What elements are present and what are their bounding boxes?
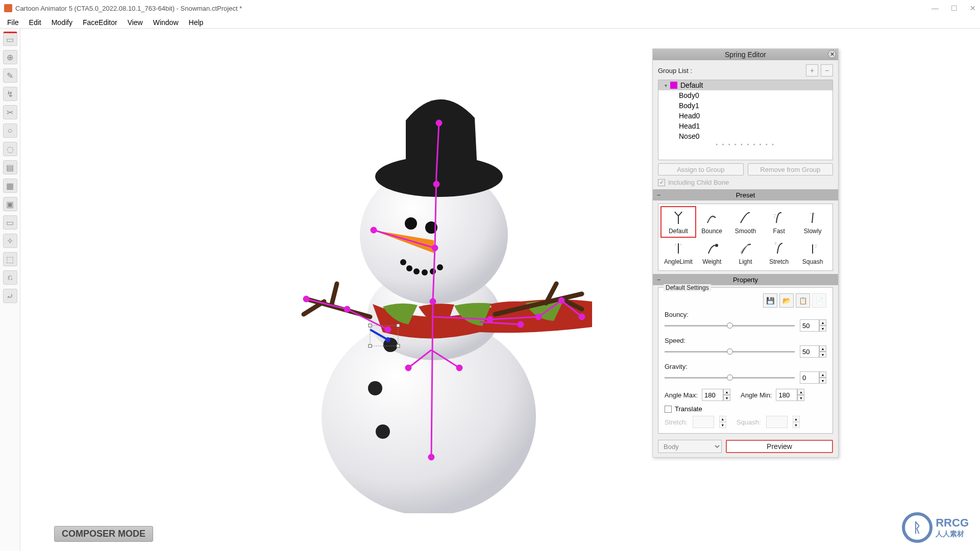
menu-help[interactable]: Help — [184, 17, 209, 28]
angle-max-step-up[interactable]: ▲ — [723, 389, 730, 395]
property-open-icon[interactable]: 📂 — [779, 293, 794, 308]
speed-slider[interactable] — [665, 351, 795, 353]
speed-input[interactable] — [800, 345, 819, 358]
preset-anglelimit[interactable]: AngleLimit — [662, 238, 695, 267]
svg-point-40 — [385, 327, 390, 332]
squash-label: Squash: — [737, 418, 761, 426]
svg-point-34 — [487, 317, 493, 322]
tool-button-6[interactable]: ○ — [3, 123, 17, 138]
preset-smooth[interactable]: Smooth — [729, 207, 763, 237]
preset-weight[interactable]: Weight — [695, 238, 729, 267]
composer-mode-badge: COMPOSER MODE — [54, 526, 153, 542]
preset-light[interactable]: Light — [729, 238, 763, 267]
translate-checkbox[interactable] — [665, 406, 672, 413]
window-maximize-button[interactable]: ☐ — [951, 4, 958, 12]
group-list[interactable]: ▾ Default Body0 Body1 Head0 Head1 Nose0 … — [658, 80, 833, 160]
tool-button-12[interactable]: ✧ — [3, 234, 17, 248]
tool-button-11[interactable]: ▭ — [3, 215, 17, 230]
window-minimize-button[interactable]: — — [932, 4, 939, 12]
preset-slowly[interactable]: Slowly — [796, 207, 829, 237]
preset-default[interactable]: Default — [662, 207, 695, 237]
tool-button-15[interactable]: ⤾ — [3, 289, 17, 303]
spring-editor-title: Spring Editor — [725, 51, 766, 59]
svg-point-9 — [422, 269, 428, 276]
svg-point-25 — [429, 455, 434, 460]
menu-file[interactable]: File — [2, 17, 24, 28]
list-drag-handle[interactable]: ● ● ● ● ● ● ● ● ● ● — [658, 141, 832, 146]
angle-max-step-down[interactable]: ▼ — [723, 395, 730, 401]
svg-point-42 — [304, 296, 309, 302]
menu-modify[interactable]: Modify — [46, 17, 78, 28]
angle-min-input[interactable] — [776, 389, 797, 401]
bouncy-slider[interactable] — [665, 325, 795, 327]
group-item[interactable]: Nose0 — [658, 131, 832, 141]
tool-button-13[interactable]: ⬚ — [3, 252, 17, 266]
speed-step-up[interactable]: ▲ — [819, 345, 826, 352]
tool-button-14[interactable]: ⎌ — [3, 270, 17, 285]
property-copy-icon[interactable]: 📋 — [796, 293, 810, 308]
snowman-character[interactable] — [255, 90, 643, 513]
gravity-step-up[interactable]: ▲ — [819, 371, 826, 378]
angle-max-input[interactable] — [702, 389, 723, 401]
group-add-button[interactable]: + — [806, 64, 818, 77]
stretch-label: Stretch: — [665, 418, 688, 426]
bouncy-step-down[interactable]: ▼ — [819, 325, 826, 332]
preset-section-header[interactable]: − Preset — [653, 189, 838, 201]
tool-button-9[interactable]: ▦ — [3, 179, 17, 193]
speed-step-down[interactable]: ▼ — [819, 352, 826, 358]
group-item[interactable]: Body0 — [658, 90, 832, 101]
property-save-icon[interactable]: 💾 — [763, 293, 777, 308]
tool-button-2[interactable]: ⊕ — [3, 50, 17, 64]
spring-editor-panel[interactable]: Spring Editor ✕ Group List : + − ▾ Defau… — [652, 48, 839, 458]
close-icon[interactable]: ✕ — [828, 50, 836, 58]
group-item[interactable]: Head1 — [658, 121, 832, 131]
angle-min-step-up[interactable]: ▲ — [797, 389, 804, 395]
assign-to-group-button[interactable]: Assign to Group — [658, 163, 744, 176]
gravity-label: Gravity: — [665, 363, 826, 370]
body-select[interactable]: Body — [658, 440, 722, 453]
group-item[interactable]: Head0 — [658, 111, 832, 121]
preset-fast[interactable]: Fast — [762, 207, 796, 237]
group-default-header[interactable]: ▾ Default — [658, 80, 832, 90]
tool-button-7[interactable]: ◌ — [3, 142, 17, 156]
group-item[interactable]: Body1 — [658, 101, 832, 111]
menu-window[interactable]: Window — [148, 17, 184, 28]
tool-button-1[interactable]: ▭ — [3, 32, 17, 46]
remove-from-group-button[interactable]: Remove from Group — [748, 163, 834, 176]
include-child-checkbox[interactable]: ✓ — [658, 179, 665, 186]
group-list-label: Group List : — [658, 67, 692, 74]
gravity-input[interactable] — [800, 371, 819, 384]
gravity-step-down[interactable]: ▼ — [819, 378, 826, 384]
watermark-sub: 人人素材 — [936, 530, 969, 539]
property-section-header[interactable]: − Property — [653, 274, 838, 285]
preset-section-label: Preset — [736, 191, 755, 199]
angle-min-step-down[interactable]: ▼ — [797, 395, 804, 401]
svg-point-8 — [413, 268, 420, 274]
menu-view[interactable]: View — [122, 17, 148, 28]
tool-button-8[interactable]: ▤ — [3, 160, 17, 174]
preset-bounce[interactable]: Bounce — [695, 207, 729, 237]
preset-stretch[interactable]: Stretch — [762, 238, 796, 267]
preset-squash[interactable]: Squash — [796, 238, 829, 267]
preview-button[interactable]: Preview — [726, 440, 833, 453]
tool-button-10[interactable]: ▣ — [3, 197, 17, 211]
menu-faceeditor[interactable]: FaceEditor — [78, 17, 122, 28]
svg-point-36 — [559, 298, 564, 303]
bouncy-input[interactable] — [800, 319, 819, 332]
window-close-button[interactable]: ✕ — [970, 4, 976, 12]
collapse-icon[interactable]: − — [657, 191, 661, 199]
bouncy-step-up[interactable]: ▲ — [819, 319, 826, 325]
tool-button-3[interactable]: ✎ — [3, 68, 17, 83]
svg-point-6 — [400, 259, 406, 265]
gravity-slider[interactable] — [665, 377, 795, 379]
svg-rect-49 — [397, 324, 400, 327]
tool-button-5[interactable]: ✂ — [3, 105, 17, 119]
bouncy-label: Bouncy: — [665, 311, 826, 318]
tool-button-4[interactable]: ↯ — [3, 87, 17, 101]
svg-point-16 — [436, 120, 442, 126]
property-paste-icon[interactable]: 📄 — [812, 293, 826, 308]
collapse-icon[interactable]: − — [657, 276, 661, 284]
svg-rect-50 — [369, 344, 372, 347]
group-remove-button[interactable]: − — [821, 64, 833, 77]
menu-edit[interactable]: Edit — [24, 17, 46, 28]
